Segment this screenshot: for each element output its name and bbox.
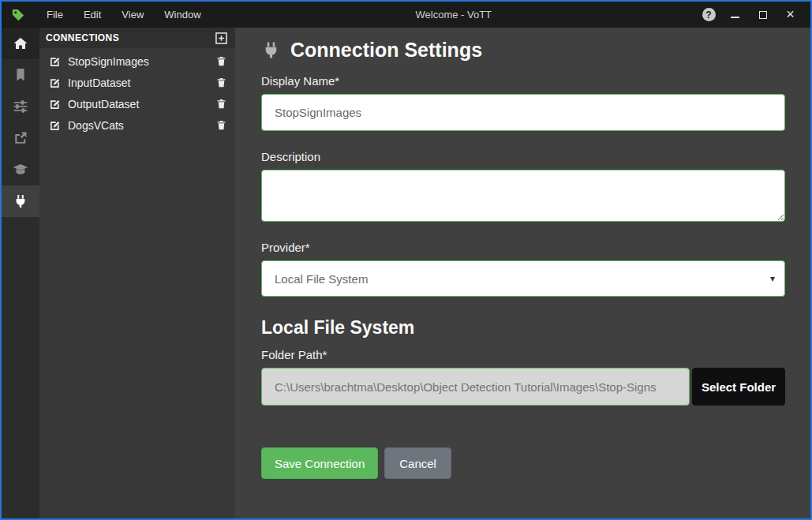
provider-select[interactable]: Local File System	[261, 260, 785, 297]
plug-icon	[13, 193, 28, 209]
connection-name: OutputDataset	[68, 98, 209, 110]
minimize-button[interactable]	[721, 2, 749, 28]
display-name-label: Display Name*	[261, 74, 785, 88]
close-button[interactable]: ×	[776, 2, 804, 28]
trash-icon[interactable]	[215, 98, 227, 110]
connection-form: Display Name* Description Provider* Loca…	[261, 74, 785, 479]
folder-path-input[interactable]	[261, 368, 690, 406]
connection-list-item[interactable]: OutputDataset	[39, 93, 235, 114]
plug-icon	[261, 40, 281, 60]
page-title: Connection Settings	[290, 39, 482, 62]
folder-path-row: Select Folder	[261, 368, 785, 406]
cancel-button[interactable]: Cancel	[384, 447, 451, 479]
connections-header-title: CONNECTIONS	[46, 32, 215, 43]
home-icon	[13, 36, 28, 51]
page-title-row: Connection Settings	[261, 39, 785, 62]
titlebar: File Edit View Window Welcome - VoTT ? ×	[2, 2, 810, 28]
select-folder-button[interactable]: Select Folder	[692, 368, 785, 406]
connection-list-item[interactable]: DogsVCats	[39, 114, 235, 136]
menu-view[interactable]: View	[111, 2, 154, 28]
app-window: File Edit View Window Welcome - VoTT ? ×	[0, 0, 812, 520]
sidebar-item-connections[interactable]	[2, 185, 39, 217]
connection-list-item[interactable]: StopSignImages	[39, 51, 235, 72]
edit-icon[interactable]	[49, 77, 62, 89]
vott-logo-icon	[11, 8, 25, 22]
sidebar	[2, 28, 39, 518]
sidebar-item-learn[interactable]	[2, 154, 39, 185]
save-connection-button[interactable]: Save Connection	[261, 447, 378, 479]
edit-icon[interactable]	[49, 119, 62, 132]
display-name-input[interactable]	[261, 94, 785, 131]
connection-name: StopSignImages	[68, 55, 209, 68]
menu-window[interactable]: Window	[154, 2, 211, 28]
help-icon: ?	[702, 8, 716, 21]
provider-label: Provider*	[261, 241, 785, 254]
provider-section-title: Local File System	[261, 317, 785, 339]
connections-panel: CONNECTIONS StopSignIma	[39, 28, 235, 518]
connection-list-item[interactable]: InputDataset	[39, 72, 235, 93]
window-controls: ? ×	[696, 2, 804, 28]
sidebar-item-home[interactable]	[2, 28, 39, 59]
plus-square-icon	[215, 32, 227, 44]
maximize-button[interactable]	[749, 2, 776, 28]
trash-icon[interactable]	[215, 119, 227, 131]
sliders-icon	[13, 99, 28, 114]
graduation-cap-icon	[13, 162, 28, 178]
export-icon	[13, 130, 28, 146]
description-label: Description	[261, 150, 785, 163]
connections-panel-header: CONNECTIONS	[39, 28, 235, 48]
sidebar-item-export[interactable]	[2, 122, 39, 154]
folder-path-label: Folder Path*	[261, 348, 785, 361]
connections-list: StopSignImages I	[39, 51, 235, 136]
description-input[interactable]	[261, 170, 785, 222]
minimize-icon	[731, 17, 739, 18]
menu-file[interactable]: File	[36, 2, 73, 28]
connection-settings-page: Connection Settings Display Name* Descri…	[235, 28, 810, 518]
connection-name: InputDataset	[68, 77, 209, 89]
provider-select-wrap: Local File System ▾	[261, 260, 785, 297]
add-connection-button[interactable]	[215, 32, 227, 44]
window-title: Welcome - VoTT	[211, 9, 696, 21]
form-actions: Save Connection Cancel	[261, 447, 785, 479]
app-body: CONNECTIONS StopSignIma	[2, 28, 810, 518]
help-button[interactable]: ?	[696, 8, 721, 21]
sidebar-item-tags[interactable]	[2, 59, 39, 91]
connection-name: DogsVCats	[68, 119, 209, 132]
bookmark-icon	[13, 67, 28, 83]
edit-icon[interactable]	[49, 98, 62, 110]
sidebar-item-settings[interactable]	[2, 91, 39, 122]
menu-edit[interactable]: Edit	[73, 2, 111, 28]
menubar: File Edit View Window	[36, 2, 211, 28]
trash-icon[interactable]	[215, 55, 227, 67]
maximize-icon	[759, 11, 767, 19]
edit-icon[interactable]	[49, 55, 62, 68]
trash-icon[interactable]	[215, 77, 227, 88]
